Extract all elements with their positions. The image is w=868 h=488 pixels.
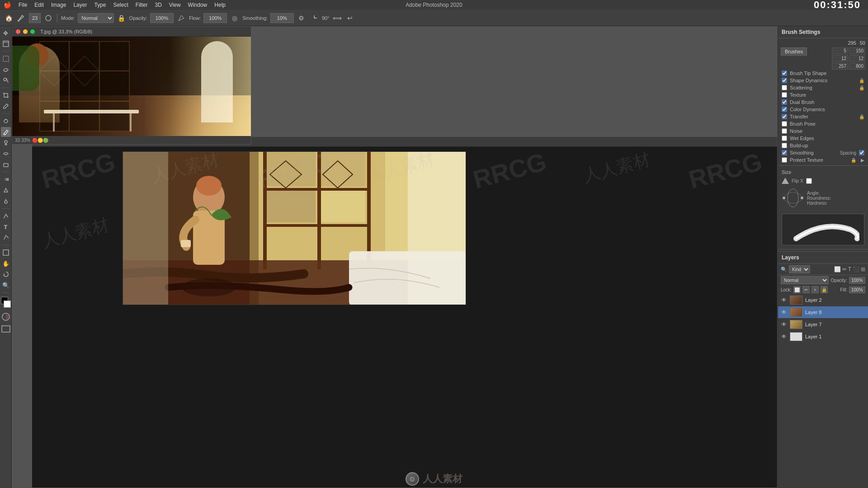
layer7-eye-icon[interactable]: 👁 [781,321,787,328]
flip-x-checkbox[interactable] [806,178,812,184]
zoom-tool[interactable]: 🔍 [1,280,11,290]
menu-image[interactable]: Image [51,2,66,8]
spot-heal-tool[interactable] [1,116,11,126]
blur-tool[interactable] [1,185,11,195]
opacity-input[interactable] [150,13,174,23]
flip-x-label: Flip X [792,178,803,183]
brush-tool[interactable] [1,127,11,137]
protect-texture-checkbox[interactable] [782,157,787,163]
layer-shape-icon[interactable]: ⬛ [853,266,859,272]
texture-checkbox[interactable] [782,92,787,98]
mode-dropdown[interactable]: Normal [78,13,114,23]
airbrush-icon[interactable] [176,13,186,23]
rotate-view-tool[interactable] [1,269,11,279]
pen-tool[interactable] [1,211,11,221]
svg-rect-37 [263,152,267,269]
svg-rect-13 [4,164,8,167]
artboard-tool[interactable] [1,39,11,49]
menu-select[interactable]: Select [113,2,128,8]
ref-minimize-button[interactable] [23,29,28,34]
path-select-tool[interactable] [1,233,11,243]
layers-mode-select[interactable]: Normal [781,276,829,284]
layer-row-layer2[interactable]: 👁 Layer 2 [778,294,868,306]
layer1-eye-icon[interactable]: 👁 [781,333,787,340]
sketch-canvas-area[interactable]: RRCG 人人素材 RRCG 人人素材 RRCG 人人素材 RRCG 人人素材 [32,147,777,488]
layer8-eye-icon[interactable]: 👁 [781,309,787,315]
brushes-tab-button[interactable]: Brushes [781,47,807,56]
lock-all-btn[interactable]: 🔒 [821,286,828,293]
canvas-area: RRCG 人人素材 RRCG 人人素材 RRCG 人人素材 T.jpg @ 33… [12,26,778,488]
scattering-checkbox[interactable] [782,85,787,90]
menu-help[interactable]: Help [214,2,226,8]
brush-tool-icon[interactable] [16,13,26,23]
home-icon[interactable]: 🏠 [4,13,14,23]
eraser-tool[interactable] [1,160,11,169]
layers-kind-select[interactable]: Kind [789,265,810,273]
layer-adjust-icon[interactable]: ✏ [842,266,847,272]
wet-edges-checkbox[interactable] [782,136,787,141]
fill-value[interactable]: 100% [849,286,865,293]
color-dynamics-checkbox[interactable] [782,107,787,112]
ref-table-leg-2 [130,113,132,131]
undo-icon[interactable]: ↩ [345,13,355,23]
brush-size-display[interactable]: 23 [29,13,41,23]
background-color[interactable] [4,300,11,308]
apple-icon[interactable]: 🍎 [4,1,11,9]
menu-layer[interactable]: Layer [73,2,87,8]
brush-tip-shape-checkbox[interactable] [782,70,787,76]
menu-filter[interactable]: Filter [136,2,148,8]
brush-picker-icon[interactable] [43,13,53,23]
layer-row-layer7[interactable]: 👁 Layer 7 [778,319,868,331]
ref-maximize-button[interactable] [30,29,35,34]
flow-input[interactable] [203,13,227,23]
screen-mode-icon[interactable] [1,324,10,334]
quick-mask-icon[interactable] [1,312,10,322]
smoothing-input[interactable] [270,13,294,23]
eyedropper-tool[interactable] [1,101,11,111]
noise-checkbox[interactable] [782,128,787,134]
layer-type-icon[interactable]: T [848,266,851,272]
shape-tool[interactable] [1,248,11,258]
lock-position-btn[interactable]: ✏ [802,286,810,293]
buildup-checkbox[interactable] [782,143,787,148]
gradient-tool[interactable] [1,174,11,184]
type-tool[interactable]: T [1,222,11,232]
brush-pose-checkbox[interactable] [782,121,787,127]
menu-3d[interactable]: 3D [155,2,161,8]
color-picker[interactable] [1,297,11,310]
ref-close-button[interactable] [16,29,20,34]
menu-view[interactable]: View [169,2,181,8]
dodge-tool[interactable] [1,196,11,206]
angle-icon[interactable] [309,13,319,23]
num-257: 257 [832,63,848,70]
smoothing-checkbox[interactable] [782,150,787,155]
menu-type[interactable]: Type [94,2,106,8]
menu-edit[interactable]: Edit [34,2,44,8]
flow-icon[interactable]: ◎ [230,13,240,23]
marquee-tool[interactable] [1,54,11,64]
layer-pixel-icon[interactable]: ⬜ [834,266,841,272]
opacity-value-layers[interactable]: 100% [849,277,865,284]
clone-stamp-tool[interactable] [1,138,11,148]
layer-row-layer8[interactable]: 👁 Layer 8 [778,306,868,319]
spacing-checkbox[interactable] [859,150,864,155]
move-tool[interactable]: ✥ [1,28,11,38]
size-up-arrow[interactable] [782,178,789,184]
settings-icon[interactable]: ⚙ [297,13,307,23]
crop-tool[interactable] [1,90,11,100]
magic-wand-tool[interactable] [1,75,11,85]
menu-file[interactable]: File [19,2,27,8]
lasso-tool[interactable] [1,65,11,75]
hand-tool[interactable]: ✋ [1,258,11,268]
lock-pixels-btn[interactable]: ⬜ [793,286,801,293]
shape-dynamics-checkbox[interactable] [782,78,787,83]
layer-smart-icon[interactable]: ⊞ [861,266,865,272]
menu-window[interactable]: Window [188,2,208,8]
history-brush-tool[interactable] [1,149,11,159]
dual-brush-checkbox[interactable] [782,99,787,105]
symmetry-icon[interactable]: ⟺ [332,13,342,23]
layer-row-layer1[interactable]: 👁 Layer 1 [778,331,868,343]
layer2-eye-icon[interactable]: 👁 [781,297,787,303]
transfer-checkbox[interactable] [782,114,787,119]
lock-artboard-btn[interactable]: + [811,286,819,293]
